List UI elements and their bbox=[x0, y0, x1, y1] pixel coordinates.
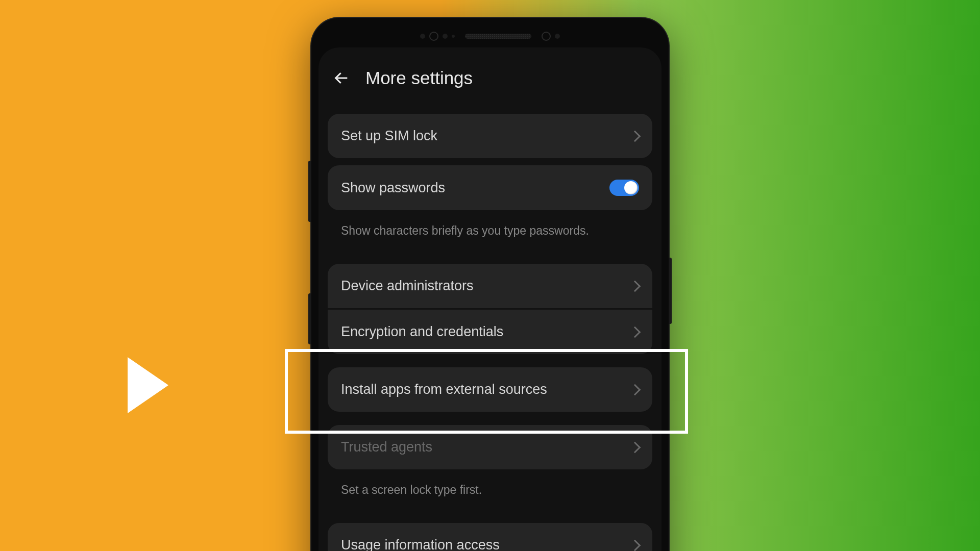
row-label: Set up SIM lock bbox=[341, 128, 437, 144]
settings-list: Set up SIM lock Show passwords Show char… bbox=[328, 114, 652, 551]
side-button bbox=[308, 293, 311, 344]
row-label: Encryption and credentials bbox=[341, 324, 503, 340]
row-label: Show passwords bbox=[341, 180, 445, 196]
row-sim-lock[interactable]: Set up SIM lock bbox=[328, 114, 652, 158]
row-label: Install apps from external sources bbox=[341, 382, 547, 397]
row-install-external[interactable]: Install apps from external sources bbox=[328, 367, 652, 412]
phone-frame: More settings Set up SIM lock Show passw… bbox=[311, 18, 669, 551]
chevron-right-icon bbox=[629, 539, 641, 551]
back-arrow-icon[interactable] bbox=[333, 69, 350, 87]
power-button bbox=[669, 258, 672, 324]
row-label: Usage information access bbox=[341, 537, 500, 551]
row-encryption[interactable]: Encryption and credentials bbox=[328, 310, 652, 354]
toggle-knob bbox=[624, 181, 638, 194]
chevron-right-icon bbox=[629, 441, 641, 453]
chevron-right-icon bbox=[629, 384, 641, 395]
toggle-show-passwords[interactable] bbox=[609, 180, 639, 196]
row-label: Trusted agents bbox=[341, 439, 432, 455]
hint-show-passwords: Show characters briefly as you type pass… bbox=[328, 213, 652, 261]
play-icon bbox=[128, 357, 168, 413]
row-show-passwords[interactable]: Show passwords bbox=[328, 165, 652, 210]
hint-trusted-agents: Set a screen lock type first. bbox=[328, 472, 652, 520]
page-title: More settings bbox=[365, 68, 473, 88]
row-trusted-agents: Trusted agents bbox=[328, 425, 652, 469]
chevron-right-icon bbox=[629, 326, 641, 338]
chevron-right-icon bbox=[629, 280, 641, 292]
row-usage-info[interactable]: Usage information access bbox=[328, 523, 652, 551]
row-label: Device administrators bbox=[341, 278, 474, 294]
phone-screen: More settings Set up SIM lock Show passw… bbox=[318, 47, 662, 551]
row-device-admins[interactable]: Device administrators bbox=[328, 264, 652, 308]
volume-button bbox=[308, 161, 311, 222]
chevron-right-icon bbox=[629, 130, 641, 142]
phone-notch bbox=[318, 25, 662, 47]
header: More settings bbox=[328, 47, 652, 114]
